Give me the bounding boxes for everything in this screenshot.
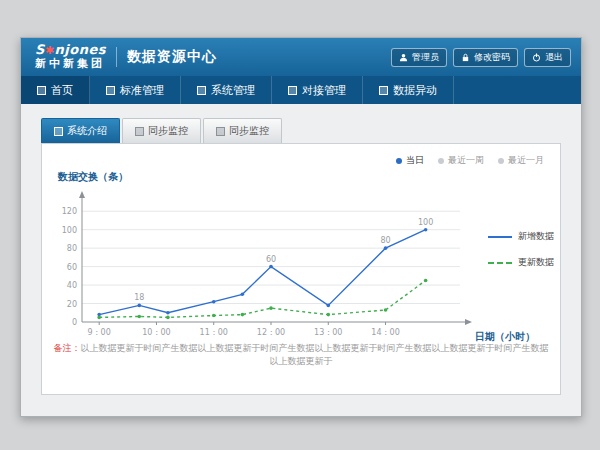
filter-dot-icon <box>438 158 444 164</box>
line-chart: 0204060801001209：0010：0011：0012：0013：001… <box>50 188 480 348</box>
svg-text:20: 20 <box>67 300 77 309</box>
svg-text:12：00: 12：00 <box>257 328 285 337</box>
tab-label: 同步监控 <box>229 124 269 138</box>
chart-period-filters: 当日 最近一周 最近一月 <box>396 154 544 167</box>
footnote-prefix: 备注： <box>54 343 81 353</box>
nav-item-label: 首页 <box>51 83 73 98</box>
svg-text:14：00: 14：00 <box>371 328 399 337</box>
power-icon <box>532 53 541 62</box>
connection-management-icon <box>288 86 297 95</box>
svg-text:9：00: 9：00 <box>88 328 111 337</box>
svg-text:11：00: 11：00 <box>200 328 228 337</box>
data-changes-icon <box>379 86 388 95</box>
content-area: 系统介绍 同步监控 同步监控 当日 最近一周 <box>21 104 581 416</box>
user-icon <box>399 53 408 62</box>
app-header: S✱njones 新中新集团 数据资源中心 管理员 修改密码 <box>21 38 581 76</box>
header-divider <box>116 47 117 67</box>
legend-item-updated-data[interactable]: 更新数据 <box>488 256 554 269</box>
company-logo: S✱njones 新中新集团 <box>35 43 106 71</box>
legend-label: 新增数据 <box>518 230 554 243</box>
app-title: 数据资源中心 <box>127 48 217 66</box>
tab-sync-monitor-1[interactable]: 同步监控 <box>122 118 201 143</box>
filter-dot-icon <box>498 158 504 164</box>
nav-item-connection-management[interactable]: 对接管理 <box>272 76 363 104</box>
svg-text:60: 60 <box>67 263 77 272</box>
logo-text2: njones <box>55 42 106 57</box>
admin-user-label: 管理员 <box>412 51 439 64</box>
system-management-icon <box>197 86 206 95</box>
svg-text:10：00: 10：00 <box>142 328 170 337</box>
standard-management-icon <box>106 86 115 95</box>
change-password-button[interactable]: 修改密码 <box>453 48 518 67</box>
tab-icon <box>135 127 144 136</box>
lock-icon <box>461 53 470 62</box>
tab-icon <box>216 127 225 136</box>
legend-line-sample <box>488 262 512 264</box>
svg-text:80: 80 <box>67 244 77 253</box>
header-actions: 管理员 修改密码 退出 <box>391 48 571 67</box>
tab-system-intro[interactable]: 系统介绍 <box>41 118 120 143</box>
svg-text:100: 100 <box>418 218 433 227</box>
svg-text:0: 0 <box>72 318 77 327</box>
main-nav: 首页 标准管理 系统管理 对接管理 数据异动 <box>21 76 581 104</box>
filter-today[interactable]: 当日 <box>396 154 424 167</box>
chart-legend: 新增数据 更新数据 <box>488 230 554 269</box>
logo-star-icon: ✱ <box>45 44 55 57</box>
svg-text:18: 18 <box>134 293 144 302</box>
logout-label: 退出 <box>545 51 563 64</box>
svg-text:13：00: 13：00 <box>314 328 342 337</box>
svg-text:120: 120 <box>62 207 77 216</box>
nav-item-standard-management[interactable]: 标准管理 <box>90 76 181 104</box>
svg-text:60: 60 <box>266 255 276 264</box>
legend-label: 更新数据 <box>518 256 554 269</box>
nav-item-system-management[interactable]: 系统管理 <box>181 76 272 104</box>
footnote: 备注：以上数据更新于时间产生数据以上数据更新于时间产生数据以上数据更新于时间产生… <box>52 342 550 368</box>
nav-item-home[interactable]: 首页 <box>21 76 90 104</box>
home-icon <box>37 86 46 95</box>
logo-text: S <box>35 42 45 57</box>
svg-text:80: 80 <box>380 236 390 245</box>
logo-company-name: 新中新集团 <box>35 58 106 71</box>
footnote-text: 以上数据更新于时间产生数据以上数据更新于时间产生数据以上数据更新于时间产生数据以… <box>81 343 549 366</box>
filter-label: 当日 <box>406 154 424 167</box>
svg-text:100: 100 <box>62 226 77 235</box>
nav-item-data-changes[interactable]: 数据异动 <box>363 76 454 104</box>
tab-label: 系统介绍 <box>67 124 107 138</box>
tab-icon <box>54 127 63 136</box>
filter-label: 最近一周 <box>448 154 484 167</box>
nav-item-label: 数据异动 <box>393 83 437 98</box>
chart-panel: 当日 最近一周 最近一月 数据交换（条） 0204060801001209：00… <box>41 143 561 395</box>
legend-line-sample <box>488 236 512 238</box>
admin-user-button[interactable]: 管理员 <box>391 48 447 67</box>
tab-bar: 系统介绍 同步监控 同步监控 <box>41 118 581 143</box>
filter-label: 最近一月 <box>508 154 544 167</box>
tab-label: 同步监控 <box>148 124 188 138</box>
filter-last-month[interactable]: 最近一月 <box>498 154 544 167</box>
legend-item-new-data[interactable]: 新增数据 <box>488 230 554 243</box>
logo-wordmark: S✱njones <box>35 43 106 58</box>
filter-dot-icon <box>396 158 402 164</box>
nav-item-label: 标准管理 <box>120 83 164 98</box>
change-password-label: 修改密码 <box>474 51 510 64</box>
logout-button[interactable]: 退出 <box>524 48 571 67</box>
app-window: S✱njones 新中新集团 数据资源中心 管理员 修改密码 <box>20 37 582 417</box>
y-axis-title: 数据交换（条） <box>58 170 128 184</box>
filter-last-week[interactable]: 最近一周 <box>438 154 484 167</box>
svg-text:40: 40 <box>67 281 77 290</box>
nav-item-label: 系统管理 <box>211 83 255 98</box>
nav-item-label: 对接管理 <box>302 83 346 98</box>
tab-sync-monitor-2[interactable]: 同步监控 <box>203 118 282 143</box>
